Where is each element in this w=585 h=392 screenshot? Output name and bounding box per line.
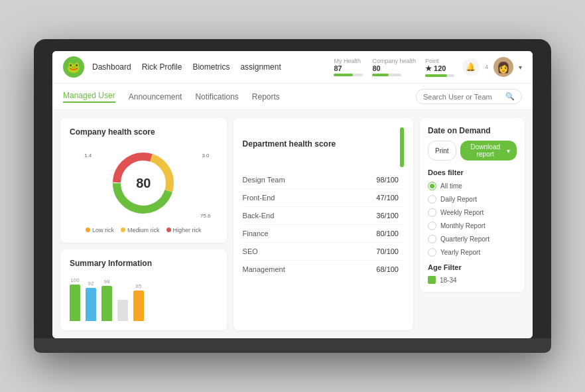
middle-panel: Department health score Design Team 98/1…	[233, 118, 413, 330]
bar-group-0: 100	[70, 277, 80, 321]
avatar-menu-icon[interactable]: ▾	[519, 64, 522, 71]
header: 🐸 Dashboard Rick Profile Biometrics assi…	[52, 51, 533, 84]
bar-group-2: 98	[101, 279, 112, 321]
stat-company-health: Company health 80	[372, 58, 416, 76]
stat-point-bar	[425, 74, 454, 77]
department-card: Department health score Design Team 98/1…	[233, 118, 413, 330]
search-input[interactable]	[423, 93, 501, 101]
stat-company-health-label: Company health	[372, 58, 416, 64]
radio-weekly	[428, 208, 436, 217]
bar-0	[70, 285, 80, 321]
stat-point: Point ★ 120	[425, 58, 454, 77]
dept-row-0: Design Team 98/100	[243, 171, 404, 189]
bar-label-1: 92	[88, 281, 94, 287]
logo-icon: 🐸	[63, 56, 84, 78]
radio-daily	[428, 195, 436, 204]
left-panel: Company health score 80	[60, 118, 227, 330]
radio-monthly	[428, 222, 436, 230]
filter-title: Does filter	[428, 168, 517, 176]
donut-marker-br: 75.6	[200, 213, 211, 219]
filter-all-time[interactable]: All time	[428, 182, 517, 190]
download-chevron-icon: ▾	[507, 147, 510, 155]
main-content: Company health score 80	[52, 110, 533, 338]
filter-yearly[interactable]: Yearly Report	[428, 248, 517, 257]
nav-biometrics[interactable]: Biometrics	[192, 62, 229, 72]
stat-company-health-bar	[372, 74, 401, 76]
nav-rick-profile[interactable]: Rick Profile	[142, 62, 182, 72]
legend-low: Low rick	[86, 227, 114, 233]
dept-row-1: Front-End 47/100	[243, 189, 404, 207]
legend: Low rick Medium rick Higher rick	[70, 227, 218, 233]
donut-score: 80	[136, 176, 151, 191]
company-health-title: Company health score	[70, 127, 218, 137]
donut-marker-tl: 1.4	[84, 153, 92, 159]
stat-point-label: Point	[425, 58, 439, 64]
sub-nav-reports[interactable]: Reports	[252, 92, 280, 101]
notification-icon[interactable]: 🔔	[462, 58, 480, 76]
header-icons: 🔔 4 👩 ▾	[462, 57, 522, 77]
bar-4	[133, 291, 144, 321]
stat-point-value: ★ 120	[425, 64, 446, 73]
age-color-box-18-34	[428, 276, 436, 284]
bar-chart: 100 92 98	[70, 275, 218, 321]
donut-marker-tr: 3.0	[202, 153, 209, 159]
nav-assignment[interactable]: assignment	[240, 62, 281, 72]
dept-row-2: Back-End 36/100	[243, 207, 404, 225]
bar-1	[86, 288, 96, 321]
bar-group-3	[117, 298, 128, 321]
age-label-18-34: 18-34	[440, 277, 457, 284]
notif-count: 4	[485, 64, 488, 70]
department-rows: Design Team 98/100 Front-End 47/100 Back…	[243, 171, 404, 278]
age-option-18-34[interactable]: 18-34	[428, 276, 517, 284]
department-title: Department health score	[243, 139, 336, 149]
bar-group-4: 85	[133, 283, 144, 321]
date-on-demand-title: Date on Demand	[428, 126, 517, 135]
search-box[interactable]: 🔍	[416, 89, 522, 104]
company-health-card: Company health score 80	[60, 118, 227, 243]
bar-group-1: 92	[86, 281, 96, 321]
screen: 🐸 Dashboard Rick Profile Biometrics assi…	[52, 51, 533, 338]
sub-nav-managed-user[interactable]: Managed User	[63, 91, 115, 103]
bar-2	[101, 286, 112, 321]
legend-higher: Higher rick	[166, 227, 202, 233]
sub-nav-announcement[interactable]: Announcement	[129, 92, 182, 101]
stat-my-health: My Health 87	[334, 58, 363, 76]
sub-nav: Managed User Announcement Notifications …	[52, 84, 533, 110]
dept-row-4: SEO 70/100	[243, 243, 404, 261]
nav-dashboard[interactable]: Dashboard	[92, 62, 131, 72]
download-label: Download report	[467, 143, 504, 158]
right-panel: Date on Demand Print Download report ▾ D…	[420, 118, 525, 330]
download-button[interactable]: Download report ▾	[460, 141, 517, 161]
bar-label-2: 98	[104, 279, 110, 285]
nav-links: Dashboard Rick Profile Biometrics assign…	[92, 62, 326, 72]
stat-my-health-bar	[334, 74, 363, 76]
date-card: Date on Demand Print Download report ▾ D…	[420, 118, 525, 292]
header-stats: My Health 87 Company health 80 Point ★ 1…	[334, 58, 454, 77]
filter-quarterly[interactable]: Quarterly Report	[428, 235, 517, 243]
summary-card: Summary Information 100 92 98	[60, 249, 227, 330]
stat-company-health-value: 80	[372, 64, 380, 72]
radio-all-time	[428, 182, 436, 190]
radio-yearly	[428, 248, 436, 257]
scroll-bar[interactable]	[400, 127, 404, 167]
filter-daily[interactable]: Daily Report	[428, 195, 517, 204]
bar-label-0: 100	[70, 277, 79, 283]
legend-medium: Medium rick	[121, 227, 160, 233]
bar-label-4: 85	[136, 283, 142, 289]
stat-my-health-value: 87	[334, 64, 342, 72]
summary-title: Summary Information	[70, 259, 218, 268]
avatar[interactable]: 👩	[493, 57, 513, 77]
age-filter-title: Age Filter	[428, 263, 517, 271]
filter-weekly[interactable]: Weekly Report	[428, 208, 517, 217]
print-button[interactable]: Print	[428, 141, 456, 161]
laptop-frame: 🐸 Dashboard Rick Profile Biometrics assi…	[34, 39, 551, 353]
bar-3	[117, 300, 128, 321]
dept-row-5: Management 68/100	[243, 261, 404, 278]
filter-monthly[interactable]: Monthly Report	[428, 222, 517, 230]
stat-my-health-label: My Health	[334, 58, 361, 64]
dept-row-3: Finance 80/100	[243, 225, 404, 243]
sub-nav-notifications[interactable]: Notifications	[195, 92, 238, 101]
laptop-base	[34, 338, 551, 353]
radio-quarterly	[428, 235, 436, 243]
date-buttons: Print Download report ▾	[428, 141, 517, 161]
